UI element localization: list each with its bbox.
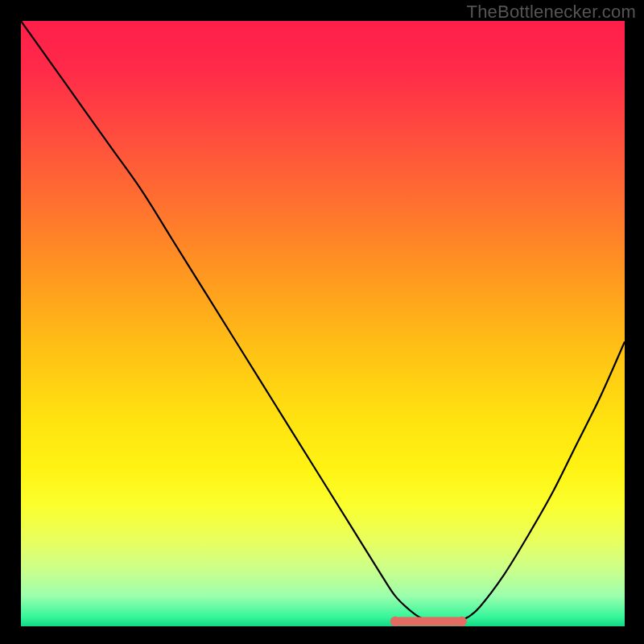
watermark-text: TheBottlenecker.com (467, 2, 636, 23)
svg-point-0 (390, 617, 400, 626)
gradient-background (21, 21, 625, 626)
chart-container: TheBottlenecker.com (0, 0, 644, 644)
svg-point-1 (456, 617, 466, 626)
chart-svg (21, 21, 625, 626)
optimal-range-marker (390, 617, 467, 626)
plot-area (21, 21, 625, 626)
